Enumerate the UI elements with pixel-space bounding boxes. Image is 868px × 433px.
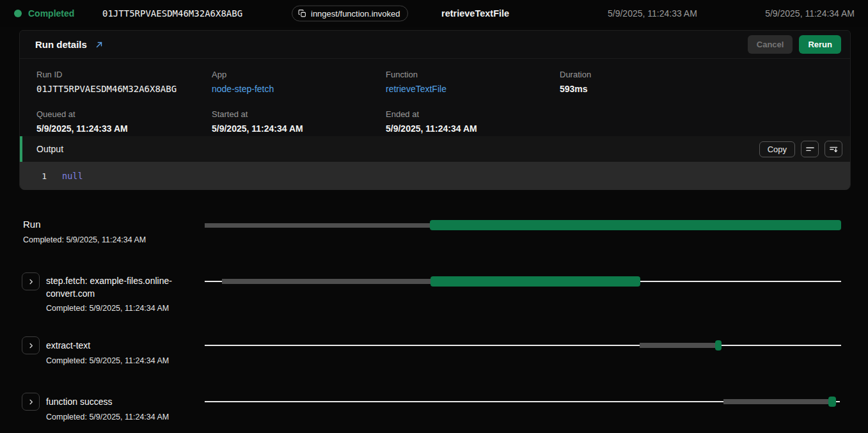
function-link[interactable]: retrieveTextFile [386, 84, 560, 94]
field-value: 01JTT5RPVAESDM46M32A6X8ABG [36, 84, 212, 94]
field-value: 5/9/2025, 11:24:33 AM [36, 123, 212, 134]
panel-title: Run details [35, 39, 87, 50]
chevron-right-icon [28, 342, 35, 349]
field-label: Duration [560, 70, 840, 79]
field-ended-at: Ended at 5/9/2025, 11:24:34 AM [386, 109, 560, 134]
field-label: Function [386, 70, 560, 79]
field-value: 5/9/2025, 11:24:34 AM [386, 123, 560, 134]
field-value: 593ms [560, 84, 840, 94]
trace-step-completed: Completed: 5/9/2025, 11:24:34 AM [46, 304, 206, 313]
trace-row-function-success: function success Completed: 5/9/2025, 11… [0, 393, 868, 431]
trace-bar-run[interactable] [205, 220, 841, 230]
trace-bar-step-fetch[interactable] [205, 276, 841, 287]
event-badge-label: inngest/function.invoked [311, 9, 400, 19]
output-code-editor[interactable]: 1 null [20, 162, 850, 190]
field-label: Started at [212, 109, 386, 119]
bar-queue-segment [205, 223, 430, 228]
field-run-id: Run ID 01JTT5RPVAESDM46M32A6X8ABG [36, 70, 212, 94]
trace-row-run: Run Completed: 5/9/2025, 11:24:34 AM [0, 218, 868, 250]
bar-queue-segment [723, 399, 828, 404]
output-title: Output [36, 144, 759, 154]
run-details-fields: Run ID 01JTT5RPVAESDM46M32A6X8ABG App no… [20, 59, 850, 134]
trace-step-name: extract-text [46, 339, 90, 352]
wrap-lines-icon [805, 145, 815, 154]
chevron-right-icon [28, 398, 35, 405]
chevron-right-icon [28, 278, 35, 285]
field-duration: Duration 593ms [560, 70, 840, 94]
top-started-timestamp: 5/9/2025, 11:24:34 AM [765, 8, 855, 19]
trace-row-step-fetch: step.fetch: example-files.online-convert… [0, 272, 868, 317]
run-status: Completed [14, 8, 74, 19]
bar-run-segment [828, 397, 836, 407]
trace-step-name: function success [46, 395, 113, 408]
app-link[interactable]: node-step-fetch [212, 84, 386, 94]
trace-row-extract-text: extract-text Completed: 5/9/2025, 11:24:… [0, 336, 868, 375]
top-function-name: retrieveTextFile [441, 8, 509, 19]
bar-run-segment [715, 340, 722, 350]
expand-step-fetch-button[interactable] [22, 272, 40, 290]
top-queued-timestamp: 5/9/2025, 11:24:33 AM [608, 8, 697, 19]
trace-step-name: step.fetch: example-files.online-convert… [46, 274, 206, 300]
field-queued-at: Queued at 5/9/2025, 11:24:33 AM [36, 109, 212, 134]
cancel-button[interactable]: Cancel [748, 35, 793, 54]
top-run-id: 01JTT5RPVAESDM46M32A6X8ABG [102, 8, 242, 19]
field-app: App node-step-fetch [212, 70, 386, 94]
bar-queue-segment [222, 279, 430, 284]
expand-extract-text-button[interactable] [22, 336, 40, 354]
trace-step-completed: Completed: 5/9/2025, 11:24:34 AM [46, 413, 169, 421]
expand-down-icon [829, 145, 839, 154]
status-dot-icon [14, 10, 22, 17]
field-value: 5/9/2025, 11:24:34 AM [212, 123, 386, 134]
wrap-lines-button[interactable] [801, 141, 819, 157]
run-list-row[interactable]: Completed 01JTT5RPVAESDM46M32A6X8ABG inn… [0, 0, 868, 27]
trace-step-completed: Completed: 5/9/2025, 11:24:34 AM [46, 356, 169, 365]
field-label: Queued at [36, 109, 212, 119]
trace-step-name: Run [23, 218, 41, 231]
output-header: Output Copy [20, 136, 850, 162]
output-value: null [62, 171, 83, 181]
expand-output-button[interactable] [825, 141, 842, 157]
bar-track-line [205, 345, 841, 346]
line-number: 1 [20, 171, 47, 181]
status-label: Completed [28, 8, 74, 19]
copy-icon [298, 10, 306, 18]
trace-step-completed: Completed: 5/9/2025, 11:24:34 AM [23, 235, 146, 244]
bar-run-segment [430, 276, 640, 287]
run-details-panel: Run details Cancel Rerun Run ID 01JTT5RP… [19, 30, 851, 190]
expand-function-success-button[interactable] [22, 393, 40, 411]
field-started-at: Started at 5/9/2025, 11:24:34 AM [212, 109, 386, 134]
copy-output-button[interactable]: Copy [759, 141, 795, 157]
trace-bar-extract-text[interactable] [205, 340, 841, 350]
bar-queue-segment [640, 343, 715, 348]
field-label: Run ID [36, 70, 212, 79]
field-function: Function retrieveTextFile [386, 70, 560, 94]
external-link-icon[interactable] [95, 40, 104, 49]
event-badge[interactable]: inngest/function.invoked [292, 6, 408, 22]
field-label: Ended at [386, 109, 560, 119]
bar-run-segment [430, 220, 841, 230]
trace-bar-function-success[interactable] [205, 397, 841, 407]
run-details-header: Run details Cancel Rerun [20, 31, 850, 59]
rerun-button[interactable]: Rerun [799, 35, 841, 54]
field-label: App [212, 70, 386, 79]
